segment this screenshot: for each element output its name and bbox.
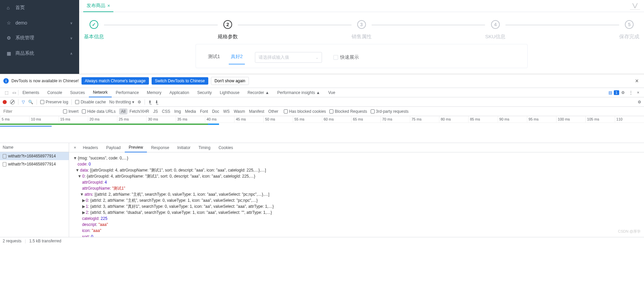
detail-tab-timing[interactable]: Timing [195, 143, 215, 152]
third-party-checkbox[interactable]: 3rd-party requests [371, 109, 409, 114]
devtools-tab-sources[interactable]: Sources [66, 88, 89, 97]
hide-data-urls-checkbox[interactable]: Hide data URLs [82, 109, 116, 114]
timeline-tick: 95 ms [527, 116, 556, 123]
devtools-tab-lighthouse[interactable]: Lighthouse [216, 88, 244, 97]
filter-type-doc[interactable]: Doc [210, 108, 221, 114]
more-icon[interactable]: ⋮ [627, 89, 635, 96]
watermark: CSDN @厚学 [618, 229, 641, 234]
filter-input[interactable] [3, 108, 60, 114]
json-line[interactable]: ▶0: {attrId: 2, attrName: "主机", searchTy… [73, 197, 640, 203]
blocked-requests-checkbox[interactable]: Blocked Requests [329, 109, 367, 114]
json-line[interactable]: icon: "aaa" [73, 228, 640, 234]
preview-json[interactable]: ▼{msg: "success", code: 0,…} code: 0 ▼da… [69, 152, 644, 237]
clear-icon[interactable] [10, 100, 15, 104]
json-line[interactable]: ▶2: {attrId: 5, attrName: "dsadsa", sear… [73, 209, 640, 216]
filter-type-img[interactable]: Img [172, 108, 183, 114]
devtools-tab-vue[interactable]: Vue [324, 88, 339, 97]
devtools-tab-performanceinsights[interactable]: Performance insights ▲ [273, 88, 324, 97]
json-line[interactable]: attrGroupId: 4 [73, 179, 640, 185]
spec-tab-1[interactable]: 真好2 [229, 50, 245, 64]
gear-icon[interactable]: ⚙ [638, 100, 641, 104]
close-icon[interactable]: × [107, 3, 110, 8]
detail-tab-response[interactable]: Response [147, 143, 173, 152]
detail-tab-cookies[interactable]: Cookies [214, 143, 237, 152]
detail-tab-headers[interactable]: Headers [79, 143, 102, 152]
network-filter-bar: Invert Hide data URLs AllFetch/XHRJSCSSI… [0, 107, 644, 116]
json-line[interactable]: sort: 0 [73, 234, 640, 237]
step-circle: 4 [491, 20, 500, 29]
preserve-log-checkbox[interactable]: Preserve log [40, 100, 68, 104]
timeline-tick: 10 ms [29, 116, 58, 123]
filter-type-js[interactable]: JS [151, 108, 160, 114]
json-line[interactable]: code: 0 [73, 161, 640, 167]
sidebar-item-0[interactable]: ⌂首页 [0, 0, 79, 15]
json-line[interactable]: ▼attrs: [{attrId: 2, attrName: "主机", sea… [73, 191, 640, 197]
filter-type-fetchxhr[interactable]: Fetch/XHR [127, 108, 151, 114]
filter-type-ws[interactable]: WS [221, 108, 232, 114]
json-line[interactable]: attrGroupName: "测试1" [73, 185, 640, 191]
match-language-button[interactable]: Always match Chrome's language [82, 77, 149, 85]
json-line[interactable]: catelogId: 225 [73, 216, 640, 222]
request-name: withattr?t=1684658977914 [8, 162, 56, 166]
spec-tab-0[interactable]: 测试1 [206, 50, 222, 64]
sidebar-item-3[interactable]: ▦商品系统∧ [0, 46, 79, 61]
filter-type-all[interactable]: All [119, 108, 127, 114]
devtools-tab-performance[interactable]: Performance [112, 88, 143, 97]
fast-expand-checkbox[interactable]: 快速展示 [333, 54, 359, 60]
filter-type-font[interactable]: Font [198, 108, 210, 114]
json-line[interactable]: ▼{msg: "success", code: 0,…} [73, 155, 640, 161]
request-row[interactable]: withattr?t=1684658977914 [0, 152, 69, 160]
network-conditions-icon[interactable]: ⚙︎ [138, 100, 141, 104]
collapse-tabs-icon[interactable]: ╲╱ [630, 2, 640, 10]
devtools-tab-application[interactable]: Application [165, 88, 193, 97]
filter-type-wasm[interactable]: Wasm [232, 108, 247, 114]
filter-icon[interactable]: ▽ [22, 100, 25, 104]
json-line[interactable]: ▼data: [{attrGroupId: 4, attrGroupName: … [73, 167, 640, 173]
filter-type-manifest[interactable]: Manifest [247, 108, 266, 114]
devtools-tab-memory[interactable]: Memory [143, 88, 165, 97]
disable-cache-checkbox[interactable]: Disable cache [75, 100, 106, 104]
detail-tab-initiator[interactable]: Initiator [173, 143, 194, 152]
search-icon[interactable]: 🔍 [28, 100, 33, 104]
devtools-tab-elements[interactable]: Elements [18, 88, 43, 97]
devtools-tab-security[interactable]: Security [193, 88, 216, 97]
detail-tab-payload[interactable]: Payload [102, 143, 124, 152]
record-icon[interactable] [3, 100, 7, 104]
close-icon[interactable]: × [71, 144, 79, 151]
filter-type-css[interactable]: CSS [160, 108, 172, 114]
devtools-tab-console[interactable]: Console [43, 88, 66, 97]
blocked-cookies-checkbox[interactable]: Has blocked cookies [284, 109, 326, 114]
sidebar-item-2[interactable]: ⚙系统管理∨ [0, 30, 79, 46]
json-line[interactable]: ▼0: {attrGroupId: 4, attrGroupName: "测试1… [73, 173, 640, 179]
inspect-icon[interactable]: ⬚ [3, 89, 10, 96]
sidebar-item-1[interactable]: ☆demo∨ [0, 15, 79, 30]
timeline[interactable]: 5 ms10 ms15 ms20 ms25 ms30 ms35 ms40 ms4… [0, 116, 644, 143]
request-row[interactable]: withattr?t=1684658977914 [0, 160, 69, 168]
json-line[interactable]: descript: "aaa" [73, 222, 640, 228]
devtools: i DevTools is now available in Chinese! … [0, 74, 644, 245]
dont-show-again-button[interactable]: Don't show again [211, 77, 249, 85]
detail-tab-preview[interactable]: Preview [125, 143, 147, 152]
throttling-select[interactable]: No throttling ▾ [109, 100, 134, 104]
json-line[interactable]: ▶1: {attrId: 3, attrName: "真好1", searchT… [73, 203, 640, 209]
close-icon[interactable]: × [633, 78, 641, 85]
timeline-tick: 100 ms [556, 116, 585, 123]
devtools-tab-recorder[interactable]: Recorder ▲ [244, 88, 273, 97]
device-icon[interactable]: ▭ [10, 89, 18, 96]
export-icon[interactable]: ⬇̲ [155, 100, 158, 104]
invert-checkbox[interactable]: Invert [63, 109, 78, 114]
name-column-header[interactable]: Name [0, 143, 69, 152]
sidebar: ⌂首页☆demo∨⚙系统管理∨▦商品系统∧ [0, 0, 79, 74]
switch-chinese-button[interactable]: Switch DevTools to Chinese [152, 77, 208, 85]
tab-publish-product[interactable]: 发布商品 × [83, 0, 113, 12]
file-icon [3, 162, 6, 166]
filter-type-media[interactable]: Media [183, 108, 198, 114]
close-icon[interactable]: × [635, 89, 641, 96]
issues-icon[interactable]: ▤ 1 [608, 90, 619, 95]
devtools-tab-network[interactable]: Network [89, 88, 112, 97]
filter-type-other[interactable]: Other [266, 108, 280, 114]
import-icon[interactable]: ⬆̲ [148, 100, 152, 104]
gear-icon[interactable]: ⚙ [619, 89, 627, 96]
step-circle: 3 [357, 20, 366, 29]
value-select[interactable]: 请选择或输入值⌄ [255, 52, 322, 63]
